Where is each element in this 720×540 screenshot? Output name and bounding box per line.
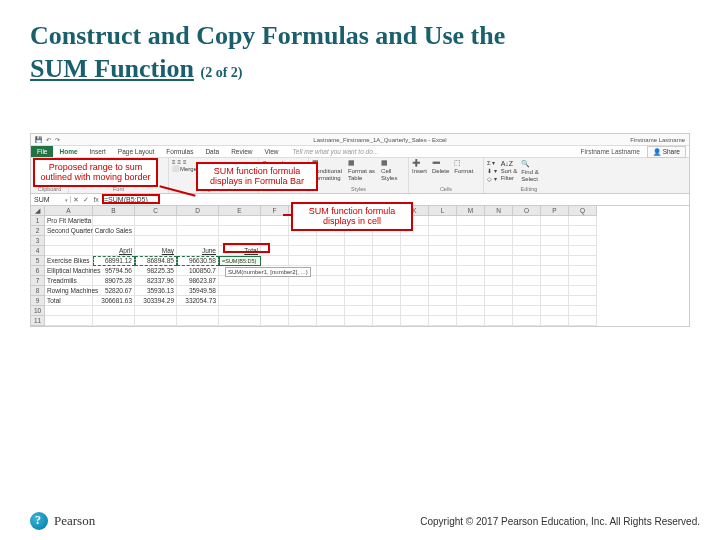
ribbon-tabs: File Home Insert Page Layout Formulas Da… bbox=[31, 146, 689, 158]
function-tooltip: SUM(number1, [number2], ...) bbox=[225, 267, 311, 277]
window-titlebar: 💾 ↶ ↷ Lastname_Firstname_1A_Quarterly_Sa… bbox=[31, 134, 689, 146]
pearson-logo-icon bbox=[30, 512, 48, 530]
excel-screenshot: 💾 ↶ ↷ Lastname_Firstname_1A_Quarterly_Sa… bbox=[30, 133, 690, 327]
slide-title: Construct and Copy Formulas and Use the … bbox=[30, 20, 690, 85]
title-line-2a: SUM Function bbox=[30, 54, 194, 83]
title-line-1: Construct and Copy Formulas and Use the bbox=[30, 21, 505, 50]
find-icon[interactable]: 🔍 bbox=[521, 160, 538, 168]
callout-cell: SUM function formuladisplays in cell bbox=[291, 202, 413, 231]
cell-styles-icon[interactable]: ▦ bbox=[381, 159, 397, 167]
copyright-text: Copyright © 2017 Pearson Education, Inc.… bbox=[420, 516, 700, 527]
enter-icon[interactable]: ✓ bbox=[83, 196, 89, 204]
tab-file[interactable]: File bbox=[31, 146, 53, 157]
callout-formula-bar: SUM function formuladisplays in Formula … bbox=[196, 162, 318, 191]
tab-home[interactable]: Home bbox=[53, 146, 83, 157]
tab-formulas[interactable]: Formulas bbox=[160, 146, 199, 157]
cell-c5[interactable]: 86894.85 bbox=[135, 256, 177, 266]
format-icon[interactable]: ⬚ bbox=[454, 159, 473, 167]
window-user: Firstname Lastname bbox=[569, 137, 689, 143]
undo-icon: ↶ bbox=[46, 136, 51, 143]
fx-icon[interactable]: fx bbox=[93, 196, 98, 204]
cell-d5[interactable]: 96630.58 bbox=[177, 256, 219, 266]
delete-icon[interactable]: ➖ bbox=[432, 159, 449, 167]
cell-e5-active[interactable]: =SUM(B5:D5) bbox=[219, 256, 261, 266]
pearson-text: Pearson bbox=[54, 513, 95, 529]
save-icon: 💾 bbox=[35, 136, 42, 143]
ribbon-body: Proposed range to sumoutlined with movin… bbox=[31, 158, 689, 194]
cancel-icon[interactable]: ✕ bbox=[73, 196, 79, 204]
pearson-brand: Pearson bbox=[30, 512, 95, 530]
share-button[interactable]: 👤 Share bbox=[647, 146, 686, 158]
document-title: Lastname_Firstname_1A_Quarterly_Sales - … bbox=[191, 137, 569, 143]
format-table-icon[interactable]: ▦ bbox=[348, 159, 375, 167]
insert-icon[interactable]: ➕ bbox=[412, 159, 427, 167]
ribbon-user: Firstname Lastname bbox=[581, 148, 644, 155]
tellme-input[interactable]: Tell me what you want to do... bbox=[284, 148, 580, 155]
callout-range: Proposed range to sumoutlined with movin… bbox=[33, 158, 158, 187]
cell-b5[interactable]: 68991.12 bbox=[93, 256, 135, 266]
select-all[interactable]: ◢ bbox=[31, 206, 45, 216]
tab-data[interactable]: Data bbox=[199, 146, 225, 157]
tab-view[interactable]: View bbox=[258, 146, 284, 157]
tab-page-layout[interactable]: Page Layout bbox=[112, 146, 161, 157]
sort-icon[interactable]: A↓Z bbox=[501, 160, 518, 167]
redo-icon: ↷ bbox=[55, 136, 60, 143]
tab-insert[interactable]: Insert bbox=[84, 146, 112, 157]
title-suffix: (2 of 2) bbox=[200, 65, 242, 80]
name-box[interactable]: SUM▾ bbox=[31, 196, 71, 203]
tab-review[interactable]: Review bbox=[225, 146, 258, 157]
